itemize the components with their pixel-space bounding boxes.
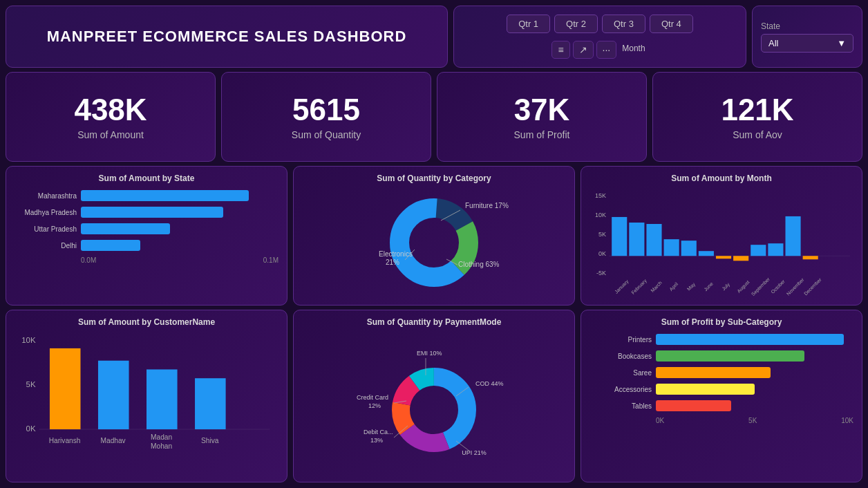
chart-quantity-by-category: Sum of Quantity by Category Furniture 17… <box>293 166 575 306</box>
svg-text:10K: 10K <box>595 212 606 218</box>
bar-harivansh <box>50 348 81 429</box>
svg-text:0K: 0K <box>26 424 36 433</box>
svg-text:April: April <box>668 281 679 292</box>
kpi-quantity-value: 5615 <box>292 93 360 126</box>
svg-text:September: September <box>751 276 771 297</box>
quarter-filter-box: Qtr 1 Qtr 2 Qtr 3 Qtr 4 ≡ ↗ ··· Month <box>453 6 746 68</box>
state-label: State <box>761 21 853 31</box>
action-icons: ≡ ↗ ··· Month <box>551 41 648 59</box>
svg-text:0K: 0K <box>598 250 606 257</box>
bar-madhav <box>98 361 129 429</box>
profit-hbar-axis: 0K 5K 10K <box>589 417 853 424</box>
share-icon-button[interactable]: ↗ <box>573 41 594 59</box>
chart-profit-by-subcategory: Sum of Profit by Sub-Category Printers B… <box>581 310 862 482</box>
chart-amount-by-month-body: 15K 10K 5K 0K -5K <box>589 187 853 298</box>
svg-text:March: March <box>650 280 663 293</box>
bar-aug <box>733 256 748 261</box>
bar-mar <box>646 224 661 256</box>
kpi-amount-label: Sum of Amount <box>77 129 144 140</box>
month-bar-svg: 15K 10K 5K 0K -5K <box>589 187 853 298</box>
donut-label-electronics: Electronics <box>379 250 413 258</box>
hbar-madhyapradesh: Madhya Pradesh <box>15 207 279 218</box>
kpi-profit-label: Sum of Profit <box>514 129 570 140</box>
kpi-profit-value: 37K <box>514 93 570 126</box>
svg-text:December: December <box>803 276 822 296</box>
chart-amount-by-customer: Sum of Amount by CustomerName 10K 5K 0K <box>6 310 287 482</box>
more-icon-button[interactable]: ··· <box>596 41 617 59</box>
hbar-printers: Printers <box>589 334 853 345</box>
hbar-delhi: Delhi <box>15 240 279 251</box>
kpi-quantity: 5615 Sum of Quantity <box>221 72 431 162</box>
kpi-quantity-label: Sum of Quantity <box>292 129 361 140</box>
svg-text:January: January <box>614 279 630 295</box>
state-select[interactable]: All ▼ <box>761 34 853 53</box>
filter-icon-button[interactable]: ≡ <box>551 41 569 59</box>
bar-jul <box>716 256 731 259</box>
svg-text:10K: 10K <box>21 337 36 345</box>
hbar-tables: Tables <box>589 400 853 411</box>
svg-text:5K: 5K <box>26 380 36 388</box>
chart-profit-by-subcategory-title: Sum of Profit by Sub-Category <box>589 317 853 327</box>
chart-quantity-by-payment: Sum of Quantity by PaymentMode COD 44% <box>293 310 575 482</box>
month-label: Month <box>619 41 648 59</box>
svg-text:-5K: -5K <box>596 270 606 276</box>
hbar-maharashtra: Maharashtra <box>15 190 279 201</box>
chart-quantity-by-payment-body: COD 44% UPI 21% Debit Ca... 13% Credit C… <box>302 331 566 475</box>
svg-text:July: July <box>721 281 731 292</box>
chevron-down-icon: ▼ <box>837 38 846 48</box>
kpi-aov-label: Sum of Aov <box>733 129 782 140</box>
donut-label-clothing: Clothing 63% <box>458 261 500 268</box>
svg-text:21%: 21% <box>386 259 399 266</box>
charts-row-2: Sum of Amount by CustomerName 10K 5K 0K <box>6 310 862 482</box>
kpi-amount-value: 438K <box>74 93 147 126</box>
state-value: All <box>768 38 778 48</box>
bar-sep <box>751 245 766 256</box>
chart-amount-by-state: Sum of Amount by State Maharashtra Madhy… <box>6 166 287 306</box>
hbar-axis: 0.0M 0.1M <box>15 256 279 264</box>
dashboard-title: MANPREET ECOMMERCE SALES DASHBORD <box>47 28 407 46</box>
dashboard: MANPREET ECOMMERCE SALES DASHBORD Qtr 1 … <box>0 0 868 488</box>
qtr3-button[interactable]: Qtr 3 <box>602 15 645 33</box>
chart-amount-by-customer-title: Sum of Amount by CustomerName <box>15 317 279 327</box>
kpi-amount: 438K Sum of Amount <box>6 72 216 162</box>
bar-madanmohan <box>147 370 178 430</box>
chart-profit-by-subcategory-body: Printers Bookcases Saree Accessories Tab… <box>589 331 853 475</box>
svg-text:12%: 12% <box>368 402 381 409</box>
svg-text:Mohan: Mohan <box>151 442 172 450</box>
bar-oct <box>768 243 783 256</box>
label-credit: Credit Card <box>357 394 388 401</box>
svg-text:13%: 13% <box>370 437 383 444</box>
hbar-bookcases: Bookcases <box>589 350 853 362</box>
donut-container: Furniture 17% Electronics 21% Clothing 6… <box>302 187 566 298</box>
chart-quantity-by-payment-title: Sum of Quantity by PaymentMode <box>302 317 566 327</box>
svg-text:Madan: Madan <box>151 434 172 442</box>
label-emi: EMI 10% <box>417 350 442 357</box>
bar-dec <box>803 256 818 259</box>
svg-text:June: June <box>703 281 714 292</box>
chart-amount-by-state-body: Maharashtra Madhya Pradesh Uttar Pradesh… <box>15 187 279 298</box>
svg-text:February: February <box>630 278 648 296</box>
chart-amount-by-state-title: Sum of Amount by State <box>15 173 279 183</box>
label-cod: COD 44% <box>475 380 504 387</box>
svg-text:Shiva: Shiva <box>201 438 219 445</box>
header-row: MANPREET ECOMMERCE SALES DASHBORD Qtr 1 … <box>6 6 862 68</box>
customer-bar-svg: 10K 5K 0K Harivansh Madhav Ma <box>15 331 279 475</box>
payment-donut-svg: COD 44% UPI 21% Debit Ca... 13% Credit C… <box>344 344 524 462</box>
kpi-row: 438K Sum of Amount 5615 Sum of Quantity … <box>6 72 862 162</box>
donut-svg: Furniture 17% Electronics 21% Clothing 6… <box>358 187 510 298</box>
hbar-accessories: Accessories <box>589 384 853 395</box>
svg-text:5K: 5K <box>598 231 606 238</box>
chart-amount-by-month: Sum of Amount by Month 15K 10K 5K 0K -5K <box>581 166 862 306</box>
kpi-aov: 121K Sum of Aov <box>652 72 862 162</box>
svg-text:Harivansh: Harivansh <box>49 438 81 445</box>
qtr1-button[interactable]: Qtr 1 <box>507 15 550 33</box>
qtr4-button[interactable]: Qtr 4 <box>650 15 693 33</box>
qtr2-button[interactable]: Qtr 2 <box>554 15 598 33</box>
payment-donut-container: COD 44% UPI 21% Debit Ca... 13% Credit C… <box>302 331 566 475</box>
svg-text:Madhav: Madhav <box>101 438 126 445</box>
svg-text:November: November <box>786 276 805 296</box>
bar-jun <box>699 251 714 256</box>
hbar-saree: Saree <box>589 367 853 378</box>
title-box: MANPREET ECOMMERCE SALES DASHBORD <box>6 6 448 68</box>
bar-apr <box>664 239 679 256</box>
